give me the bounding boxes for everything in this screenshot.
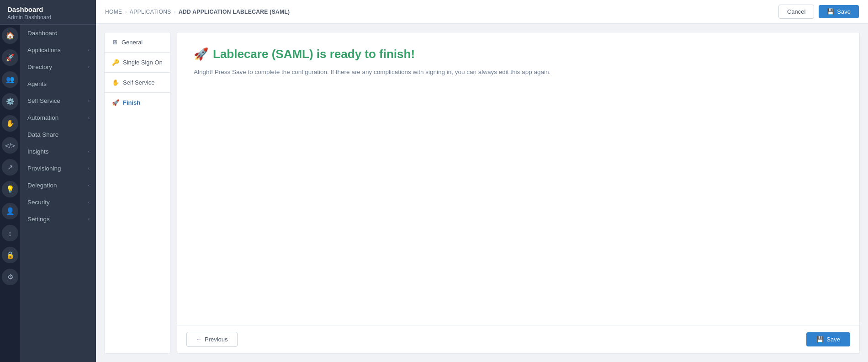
step-self-service[interactable]: ✋ Self Service: [105, 73, 170, 93]
breadcrumb-sep-1: ›: [125, 8, 127, 15]
breadcrumb-applications[interactable]: APPLICATIONS: [130, 9, 171, 15]
sidebar-item-insights[interactable]: Insights ‹: [20, 143, 96, 160]
nav-icon-insights[interactable]: 💡: [2, 181, 18, 197]
nav-icon-self-service[interactable]: ✋: [2, 115, 18, 132]
chevron-icon-insights: ‹: [88, 149, 90, 154]
sidebar-item-delegation[interactable]: Delegation ‹: [20, 177, 96, 194]
previous-button[interactable]: ← Previous: [186, 332, 238, 347]
chevron-icon-directory: ‹: [88, 64, 90, 69]
save-button-top[interactable]: 💾 Save: [819, 5, 859, 18]
breadcrumb-sep-2: ›: [174, 8, 176, 15]
monitor-icon: 🖥: [112, 39, 118, 46]
finish-title: 🚀 Lablecare (SAML) is ready to finish!: [194, 47, 843, 61]
save-icon-top: 💾: [827, 8, 834, 15]
rocket-icon: 🚀: [112, 99, 119, 106]
topbar: HOME › APPLICATIONS › ADD APPLICATION LA…: [96, 0, 868, 24]
nav-icon-agents[interactable]: ⚙️: [2, 93, 18, 110]
breadcrumb-current: ADD APPLICATION LABLECARE (SAML): [179, 9, 290, 15]
nav-icon-delegation[interactable]: ↕: [2, 225, 18, 241]
step-general[interactable]: 🖥 General: [105, 32, 170, 53]
nav-icon-security[interactable]: 🔒: [2, 247, 18, 263]
chevron-icon-settings: ‹: [88, 217, 90, 222]
sidebar-item-directory[interactable]: Directory ‹: [20, 59, 96, 75]
sidebar-item-automation[interactable]: Automation ‹: [20, 109, 96, 126]
chevron-icon-security: ‹: [88, 200, 90, 205]
sidebar-item-data-share[interactable]: Data Share: [20, 126, 96, 143]
step-finish-label: Finish: [123, 99, 140, 106]
chevron-icon-applications: ‹: [88, 48, 90, 53]
finish-description: Alright! Press Save to complete the conf…: [194, 69, 843, 75]
step-sso[interactable]: 🔑 Single Sign On: [105, 53, 170, 73]
sidebar-item-security[interactable]: Security ‹: [20, 194, 96, 211]
sidebar-item-agents[interactable]: Agents: [20, 75, 96, 92]
key-icon: 🔑: [112, 59, 119, 66]
nav-icon-settings[interactable]: ⚙: [2, 269, 18, 285]
breadcrumb-home[interactable]: HOME: [105, 9, 122, 15]
step-finish[interactable]: 🚀 Finish: [105, 93, 170, 112]
nav-icon-automation[interactable]: </>: [2, 137, 18, 154]
chevron-icon-self-service: ‹: [88, 98, 90, 103]
sidebar-item-applications[interactable]: Applications ‹: [20, 42, 96, 59]
sidebar-item-self-service[interactable]: Self Service ‹: [20, 92, 96, 109]
chevron-icon-provisioning: ‹: [88, 166, 90, 171]
step-general-label: General: [122, 39, 143, 46]
sidebar-subtitle: Admin Dashboard: [7, 14, 89, 21]
main-area: HOME › APPLICATIONS › ADD APPLICATION LA…: [96, 0, 868, 362]
steps-panel: 🖥 General 🔑 Single Sign On ✋ Self Servic…: [104, 32, 170, 354]
content-area: 🖥 General 🔑 Single Sign On ✋ Self Servic…: [96, 24, 868, 362]
sidebar-inner: 🏠 🚀 👥 ⚙️ ✋ </> ↗ 💡 👤 ↕ 🔒 ⚙ Dashboard App…: [0, 25, 96, 362]
cancel-button[interactable]: Cancel: [778, 5, 814, 19]
nav-icon-dashboard[interactable]: 🏠: [2, 27, 18, 44]
finish-title-text: Lablecare (SAML) is ready to finish!: [213, 47, 415, 61]
sidebar-item-dashboard[interactable]: Dashboard: [20, 25, 96, 42]
step-sso-label: Single Sign On: [123, 59, 163, 66]
sidebar-header: Dashboard Admin Dashboard: [0, 0, 96, 25]
arrow-left-icon: ←: [196, 336, 202, 343]
sidebar-nav: Dashboard Applications ‹ Directory ‹ Age…: [20, 25, 96, 362]
nav-icon-applications[interactable]: 🚀: [2, 49, 18, 66]
nav-icon-provisioning[interactable]: 👤: [2, 203, 18, 219]
save-icon-footer: 💾: [816, 336, 824, 343]
sidebar-title: Dashboard: [7, 5, 89, 13]
main-card: 🚀 Lablecare (SAML) is ready to finish! A…: [177, 32, 860, 354]
nav-icon-directory[interactable]: 👥: [2, 71, 18, 88]
finish-rocket-icon: 🚀: [194, 47, 208, 61]
sidebar-item-provisioning[interactable]: Provisioning ‹: [20, 160, 96, 177]
breadcrumb: HOME › APPLICATIONS › ADD APPLICATION LA…: [105, 8, 290, 15]
sidebar: Dashboard Admin Dashboard 🏠 🚀 👥 ⚙️ ✋ </>…: [0, 0, 96, 362]
step-self-service-label: Self Service: [123, 79, 154, 86]
sidebar-icon-column: 🏠 🚀 👥 ⚙️ ✋ </> ↗ 💡 👤 ↕ 🔒 ⚙: [0, 25, 20, 362]
hand-icon: ✋: [112, 79, 119, 86]
sidebar-item-settings[interactable]: Settings ‹: [20, 211, 96, 228]
card-body: 🚀 Lablecare (SAML) is ready to finish! A…: [177, 32, 859, 325]
topbar-actions: Cancel 💾 Save: [778, 5, 859, 19]
card-footer: ← Previous 💾 Save: [177, 325, 859, 353]
nav-icon-data-share[interactable]: ↗: [2, 159, 18, 176]
chevron-icon-delegation: ‹: [88, 183, 90, 188]
chevron-icon-automation: ‹: [88, 115, 90, 120]
save-button-footer[interactable]: 💾 Save: [806, 332, 850, 346]
